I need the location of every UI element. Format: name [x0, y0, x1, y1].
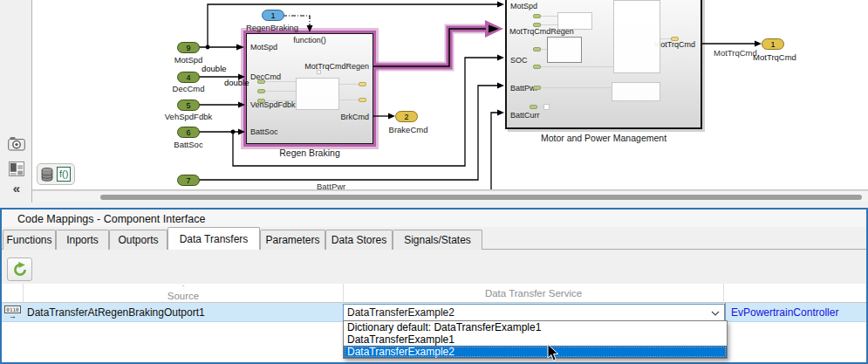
outport-2[interactable]: 2: [395, 111, 418, 122]
panel-layout-icon: [9, 161, 24, 176]
inner-port-stub: [671, 37, 679, 41]
inner-port-stub: [257, 79, 265, 84]
function-badge-icon: f(): [57, 167, 71, 182]
dropdown-option-example1[interactable]: DataTransferExample1: [344, 333, 727, 346]
motor-input-battcurr: BattCurr: [510, 111, 540, 120]
dropdown-option-example2[interactable]: DataTransferExample2: [344, 346, 727, 358]
regen-content-preview: [296, 78, 339, 110]
source-cell[interactable]: DataTransferAtRegenBrakingOutport1: [24, 303, 343, 322]
chevron-down-icon: [711, 311, 720, 316]
tab-signals-states[interactable]: Signals/States: [393, 230, 482, 250]
tab-parameters[interactable]: Parameters: [260, 230, 325, 250]
regen-input-battsoc: BattSoc: [250, 127, 278, 136]
palette-strip: «: [0, 0, 32, 203]
tab-data-stores[interactable]: Data Stores: [325, 230, 393, 250]
inport-5[interactable]: 5: [177, 100, 200, 111]
inport-7[interactable]: 7: [177, 175, 200, 186]
simulink-editor-window: { "colors": { "panel_border_blue": "#2f7…: [0, 0, 868, 364]
inport-4-label: DecCmd: [173, 84, 205, 93]
data-transfer-service-combobox[interactable]: DataTransferExample2: [343, 304, 725, 321]
motor-content-preview: [557, 12, 592, 30]
motor-block-name: Motor and Power Management: [541, 133, 666, 143]
camera-icon: [8, 136, 25, 151]
inner-port-stub: [533, 23, 541, 27]
motor-content-preview: [612, 82, 660, 101]
data-transfer-icon: 0110 →: [4, 306, 22, 319]
motor-content-preview: [547, 37, 582, 63]
dropdown-option-dictionary-default[interactable]: Dictionary default: DataTransferExample1: [344, 321, 727, 333]
column-header-source[interactable]: ˆ Source: [24, 284, 344, 303]
outport-1[interactable]: 1: [762, 38, 784, 50]
tab-functions[interactable]: Functions: [3, 230, 56, 250]
panel-title: Code Mappings - Component Interface: [2, 209, 866, 227]
motor-content-preview: [543, 104, 550, 110]
mottrqcmd-wire-label: MotTrqCmd: [714, 48, 757, 58]
inner-port-stub: [359, 98, 366, 102]
simulink-canvas[interactable]: function() MotSpd DecCmd VehSpdFdbk Batt…: [0, 0, 868, 190]
column-header-service[interactable]: Data Transfer Service: [344, 284, 724, 303]
mouse-cursor: [547, 344, 559, 362]
chevron-double-left-icon: «: [13, 181, 20, 196]
column-header-icon: [2, 284, 24, 303]
code-mappings-toolbar: [2, 250, 866, 284]
signal-type-label: double: [202, 64, 227, 73]
column-header-model[interactable]: [724, 284, 866, 303]
inner-port-stub: [533, 86, 541, 90]
inport-9[interactable]: 9: [177, 42, 200, 53]
row-icon-cell: 0110 →: [2, 303, 24, 322]
refresh-button[interactable]: [7, 258, 32, 281]
tab-outports[interactable]: Outports: [109, 230, 167, 250]
motor-content-preview: [613, 0, 660, 73]
code-mappings-panel: Code Mappings - Component Interface Func…: [0, 208, 868, 364]
trigger-inport-label: RegenBraking: [246, 23, 298, 32]
inport-5-label: VehSpdFdbk: [165, 112, 212, 121]
regen-output-brkcmd: BrkCmd: [340, 113, 369, 121]
battpwr-wire-label: BattPwr: [317, 182, 345, 190]
motor-power-mgmt-block[interactable]: MotSpd MotTrqCmdRegen SOC BattPwr BattCu…: [505, 0, 702, 129]
regen-input-deccmd: DecCmd: [250, 72, 281, 81]
inner-port-stub: [533, 65, 541, 69]
inport-9-label: MotSpd: [174, 55, 203, 65]
inner-port-stub: [257, 99, 265, 103]
refresh-icon: [12, 262, 28, 278]
regen-block-name: Regen Braking: [279, 148, 339, 158]
signal-wires: [0, 0, 868, 190]
regen-braking-block[interactable]: function() MotSpd DecCmd VehSpdFdbk Batt…: [246, 33, 373, 144]
regen-trigger-stub: [317, 70, 321, 74]
scrollbar-thumb[interactable]: [100, 195, 862, 200]
inport-6-label: BattSoc: [174, 140, 202, 149]
code-mappings-tabstrip: Functions Inports Outports Data Transfer…: [2, 227, 866, 250]
canvas-horizontal-scrollbar[interactable]: [32, 190, 868, 202]
inner-port-stub: [257, 89, 265, 93]
model-data-panel-button[interactable]: [7, 161, 26, 176]
code-perspective-badge[interactable]: f(): [37, 163, 75, 185]
outport-2-label: BrakeCmd: [389, 125, 428, 134]
motor-input-motspd: MotSpd: [510, 2, 537, 10]
tab-inports[interactable]: Inports: [56, 230, 109, 250]
function-trigger-label: function(): [293, 36, 326, 45]
motor-input-soc: SOC: [510, 56, 528, 65]
regen-output-mottrqcmdregen: MotTrqCmdRegen: [304, 62, 369, 71]
data-dictionary-icon: [41, 168, 53, 182]
service-dropdown-list: Dictionary default: DataTransferExample1…: [343, 320, 728, 359]
signal-type-label: double: [224, 78, 249, 87]
screenshot-button[interactable]: [7, 135, 26, 151]
outport-1-label: MotTrqCmd: [753, 52, 796, 62]
inner-port-stub: [530, 105, 537, 109]
model-cell[interactable]: EvPowertrainController: [725, 303, 866, 322]
inner-port-stub: [359, 82, 366, 86]
inner-port-stub: [533, 14, 541, 18]
regen-input-motspd: MotSpd: [250, 43, 277, 52]
inner-port-stub: [533, 47, 541, 52]
tab-data-transfers[interactable]: Data Transfers: [167, 227, 260, 250]
inport-6[interactable]: 6: [177, 127, 200, 138]
collapse-sidebar-button[interactable]: «: [7, 180, 26, 196]
trigger-inport-1[interactable]: 1: [262, 10, 284, 21]
inport-4[interactable]: 4: [177, 72, 200, 83]
